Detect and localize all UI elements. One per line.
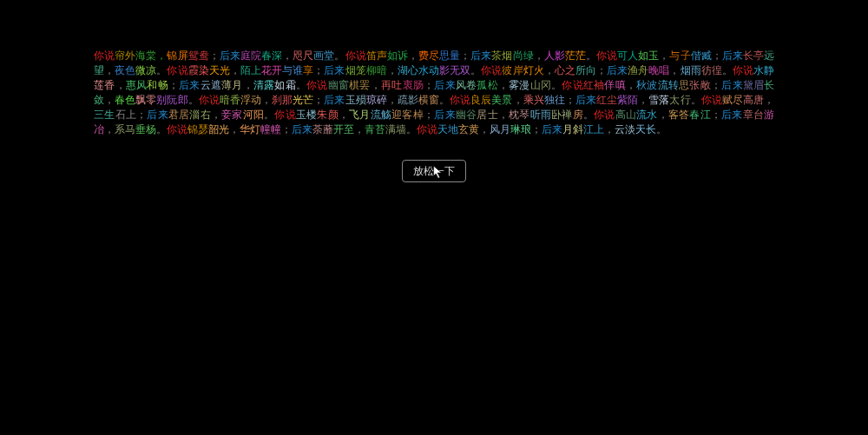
poem-segment: 你说 bbox=[481, 64, 502, 76]
poem-segment: 垂杨 bbox=[135, 123, 156, 135]
poem-segment: ， bbox=[638, 94, 648, 106]
poem-segment: 荼蘼 bbox=[312, 123, 333, 135]
poem-segment: 长亭 bbox=[743, 49, 764, 62]
poem-segment: 高山 bbox=[615, 109, 637, 121]
poem-segment: 你说 bbox=[345, 49, 366, 62]
poem-segment: 琳琅 bbox=[510, 123, 531, 135]
poem-segment: 流觞 bbox=[371, 109, 392, 121]
poem-segment: 莲香 bbox=[94, 79, 115, 91]
poem-segment: 雾漫 bbox=[509, 79, 530, 91]
poem-segment: 风卷 bbox=[456, 79, 477, 91]
poem-segment: 烟雨 bbox=[681, 64, 701, 76]
poem-segment: 后来 bbox=[575, 94, 596, 106]
poem-segment: 。 bbox=[583, 109, 594, 121]
poem-segment: 青苔 bbox=[365, 123, 385, 135]
poem-segment: 。 bbox=[551, 79, 562, 91]
poem-segment: ； bbox=[596, 64, 607, 76]
poem-segment: 茶烟 bbox=[491, 49, 512, 62]
poem-segment: 棋罢 bbox=[349, 79, 371, 91]
poem-segment: ， bbox=[408, 49, 418, 62]
poem-segment: 与子 bbox=[669, 49, 690, 62]
poem-segment: 晚唱 bbox=[648, 64, 669, 76]
poem-segment: 。 bbox=[188, 94, 199, 106]
poem-segment: 河阳 bbox=[243, 109, 265, 121]
poem-segment: 你说 bbox=[167, 64, 187, 76]
poem-segment: 心之 bbox=[555, 64, 575, 76]
poem-segment: 灯火 bbox=[523, 64, 544, 76]
poem-segment: ； bbox=[531, 123, 542, 135]
poem-segment: 你说 bbox=[167, 123, 187, 135]
poem-segment: 朱颜 bbox=[317, 109, 339, 121]
poem-segment: 天光 bbox=[209, 64, 230, 76]
poem-segment: ， bbox=[387, 94, 398, 106]
poem-segment: 淄右 bbox=[189, 109, 211, 121]
poem-segment: 光芒 bbox=[293, 94, 313, 106]
poem-segment: ， bbox=[534, 49, 544, 62]
poem-segment: 佯嗔 bbox=[604, 79, 626, 91]
poem-segment: 后来 bbox=[434, 109, 456, 121]
poem-segment: 迎客棹 bbox=[391, 109, 424, 121]
poem-segment: 秋波 bbox=[636, 79, 658, 91]
poem-segment: 笛声 bbox=[366, 49, 387, 62]
poem-segment: 春深 bbox=[261, 49, 282, 62]
poem-segment: 微凉 bbox=[135, 64, 156, 76]
poem-segment: 玉殒 bbox=[345, 94, 366, 106]
poem-segment: ， bbox=[513, 94, 523, 106]
poem-segment: 后来 bbox=[721, 79, 743, 91]
poem-segment: 庭院 bbox=[240, 49, 261, 62]
relax-button-label: 放松一下 bbox=[413, 164, 455, 179]
poem-segment: ， bbox=[658, 109, 668, 121]
poem-segment: 系马 bbox=[115, 123, 135, 135]
poem-segment: 。 bbox=[156, 64, 167, 76]
poem-segment: 霞染 bbox=[188, 64, 209, 76]
poem-segment: 惠风 bbox=[126, 79, 148, 91]
poem-segment: ， bbox=[104, 64, 115, 76]
poem-segment: ； bbox=[460, 49, 470, 62]
poem-segment: 。 bbox=[439, 94, 450, 106]
poem-segment: 薄月 bbox=[221, 79, 243, 91]
poem-segment: 人影 bbox=[544, 49, 565, 62]
relax-button[interactable]: 放松一下 bbox=[402, 160, 466, 182]
poem-segment: 柳暗 bbox=[366, 64, 387, 76]
poem-segment: 帘外 bbox=[115, 49, 135, 62]
poem-segment: 清露 bbox=[253, 79, 275, 91]
poem-segment: ， bbox=[339, 109, 349, 121]
poem-segment: 春色 bbox=[115, 94, 135, 106]
poem-segment: 红袖 bbox=[583, 79, 605, 91]
poem-segment: 享 bbox=[303, 64, 313, 76]
poem-segment: 云淡 bbox=[615, 123, 635, 135]
poem-segment: 月斜 bbox=[562, 123, 583, 135]
poem-segment: 后来 bbox=[721, 109, 743, 121]
poem-segment: 良辰 bbox=[470, 94, 491, 106]
poem-segment: ； bbox=[313, 94, 324, 106]
poem-segment: 红尘 bbox=[596, 94, 617, 106]
poem-segment: 后来 bbox=[220, 49, 240, 62]
poem-segment: 刹那 bbox=[272, 94, 293, 106]
poem-segment: 琼碎 bbox=[366, 94, 387, 106]
poem-segment: ， bbox=[354, 123, 365, 135]
poem-segment: 黛眉 bbox=[743, 79, 765, 91]
poem-segment: ； bbox=[565, 94, 575, 106]
poem-segment: 你说 bbox=[274, 109, 296, 121]
poem-segment: 尚绿 bbox=[513, 49, 534, 62]
poem-segment: 石上 bbox=[115, 109, 137, 121]
poem-segment: ， bbox=[479, 123, 490, 135]
poem-segment: 天长 bbox=[635, 123, 656, 135]
poem-segment: 你说 bbox=[733, 64, 753, 76]
poem-segment: 横窗 bbox=[418, 94, 439, 106]
poem-segment: 君居 bbox=[168, 109, 190, 121]
poem-segment: ； bbox=[424, 79, 434, 91]
poem-segment: 如诉 bbox=[387, 49, 408, 62]
poem-segment: 思量 bbox=[439, 49, 460, 62]
poem-segment: 。 bbox=[470, 64, 481, 76]
poem-segment: 和畅 bbox=[147, 79, 168, 91]
poem-segment: ； bbox=[168, 79, 179, 91]
poem-segment: ， bbox=[282, 49, 293, 62]
poem-segment: 听雨 bbox=[530, 109, 552, 121]
poem-segment: 你说 bbox=[594, 109, 615, 121]
poem-segment: ， bbox=[211, 109, 221, 121]
poem-segment: 。 bbox=[296, 79, 306, 91]
poem-segment: 后来 bbox=[179, 79, 201, 91]
poem-segment: 赋尽 bbox=[722, 94, 743, 106]
poem-segment: 华灯 bbox=[240, 123, 260, 135]
